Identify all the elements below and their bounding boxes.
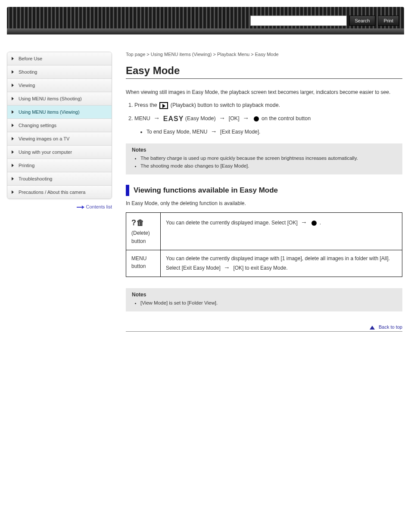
nav-shooting[interactable]: Shooting xyxy=(7,65,112,79)
easy-icon: EASY xyxy=(163,115,184,123)
search-input[interactable] xyxy=(250,16,347,26)
notes-heading-2: Notes xyxy=(132,292,396,298)
contents-list-label: Contents list xyxy=(86,204,112,209)
side-nav: Before Use Shooting Viewing Using MENU i… xyxy=(7,52,112,199)
nav-changing-settings[interactable]: Changing settings xyxy=(7,119,112,132)
triangle-up-icon xyxy=(370,326,375,330)
title-rule xyxy=(126,78,402,79)
cell-menu-button: MENU button xyxy=(126,250,161,277)
back-to-top: Back to top xyxy=(126,324,402,330)
arrow-right-icon xyxy=(77,205,84,209)
notes-heading-1: Notes xyxy=(132,147,396,153)
question-delete-icon: ?🗑 xyxy=(131,218,145,227)
nav-menu-shooting[interactable]: Using MENU items (Shooting) xyxy=(7,92,112,106)
main-content: Top page > Using MENU items (Viewing) > … xyxy=(126,52,404,332)
contents-list-link[interactable]: Contents list xyxy=(74,204,112,209)
back-to-top-label: Back to top xyxy=(379,324,402,330)
nav-troubleshooting[interactable]: Troubleshooting xyxy=(7,172,112,186)
nav-computer[interactable]: Using with your computer xyxy=(7,146,112,159)
nav-viewing[interactable]: Viewing xyxy=(7,79,112,92)
step-1: Press the (Playback) button to switch to… xyxy=(134,101,402,110)
cell-delete-desc: You can delete the currently displayed i… xyxy=(161,213,402,250)
steps-list: Press the (Playback) button to switch to… xyxy=(126,101,402,137)
section-desc: In Easy Mode, only the deleting function… xyxy=(126,199,402,208)
step-2-sub: To end Easy Mode, MENU → [Exit Easy Mode… xyxy=(146,126,402,137)
note1-item1: The battery charge is used up more quick… xyxy=(140,155,396,162)
section-heading-text: Viewing functions available in Easy Mode xyxy=(134,186,278,195)
contents-list-link-wrap: Contents list xyxy=(7,204,112,209)
nav-view-tv[interactable]: Viewing images on a TV xyxy=(7,132,112,146)
table-row: MENU button You can delete the currently… xyxy=(126,250,402,277)
section-heading: Viewing functions available in Easy Mode xyxy=(126,185,402,196)
notes-box-2: Notes [View Mode] is set to [Folder View… xyxy=(126,288,402,311)
functions-table: ?🗑 (Delete) button You can delete the cu… xyxy=(126,212,402,277)
nav-before-use[interactable]: Before Use xyxy=(7,52,112,65)
playback-icon xyxy=(159,102,168,109)
step-2: MENU → EASY (Easy Mode) → [OK] → on the … xyxy=(134,112,402,137)
footer-rule xyxy=(126,331,402,332)
nav-menu-viewing[interactable]: Using MENU items (Viewing) xyxy=(7,106,112,119)
notes-box-1: Notes The battery charge is used up more… xyxy=(126,143,402,174)
center-button-icon xyxy=(311,221,317,226)
top-banner: Search Print xyxy=(7,7,404,34)
note2-item1: [View Mode] is set to [Folder View]. xyxy=(140,299,396,307)
intro-text: When viewing still images in Easy Mode, … xyxy=(126,88,402,96)
page-title: Easy Mode xyxy=(126,65,402,77)
table-row: ?🗑 (Delete) button You can delete the cu… xyxy=(126,213,402,250)
cell-delete-button: ?🗑 (Delete) button xyxy=(126,213,161,250)
center-button-icon xyxy=(254,116,259,121)
sidebar: Before Use Shooting Viewing Using MENU i… xyxy=(7,52,112,332)
back-to-top-link[interactable]: Back to top xyxy=(370,324,402,330)
cell-menu-desc: You can delete the currently displayed i… xyxy=(161,250,402,277)
section-bar-icon xyxy=(126,185,129,196)
print-button[interactable]: Print xyxy=(378,16,399,26)
note1-item2: The shooting mode also changes to [Easy … xyxy=(140,162,396,170)
nav-printing[interactable]: Printing xyxy=(7,159,112,172)
search-button[interactable]: Search xyxy=(349,16,376,26)
breadcrumb: Top page > Using MENU items (Viewing) > … xyxy=(126,52,402,57)
nav-precautions[interactable]: Precautions / About this camera xyxy=(7,186,112,199)
